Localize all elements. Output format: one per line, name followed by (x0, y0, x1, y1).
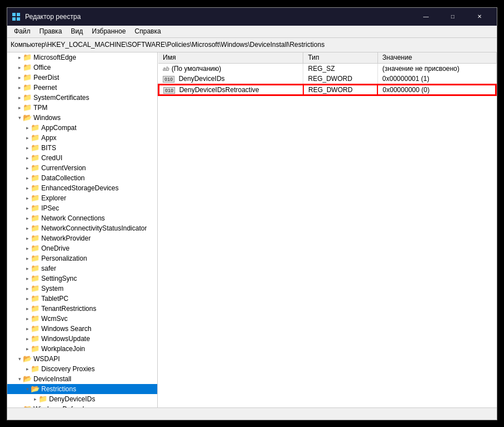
expand-arrow[interactable]: ▸ (16, 93, 23, 103)
tree-item-system[interactable]: ▸📁System (7, 284, 157, 294)
folder-icon: 📂 (23, 375, 32, 383)
expand-arrow[interactable]: ▸ (24, 344, 31, 354)
menu-help[interactable]: Справка (130, 26, 166, 36)
expand-arrow[interactable]: ▸ (24, 274, 31, 284)
expand-arrow[interactable]: ▾ (16, 374, 23, 384)
expand-arrow[interactable]: ▸ (24, 324, 31, 334)
tree-item-denydeviceids[interactable]: ▸📁DenyDeviceIDs (7, 394, 157, 404)
expand-arrow[interactable]: ▸ (24, 364, 31, 374)
expand-arrow[interactable]: ▸ (24, 243, 31, 253)
svg-rect-3 (17, 17, 20, 21)
expand-arrow[interactable]: ▸ (24, 304, 31, 314)
tree-item-office[interactable]: ▸📁Office (7, 63, 157, 73)
folder-icon: 📂 (23, 354, 32, 363)
expand-arrow[interactable]: ▸ (24, 143, 31, 153)
tree-item-appx[interactable]: ▸📁Appx (7, 133, 157, 143)
tree-label: OneDrive (41, 244, 70, 252)
tree-item-tenantrestrictions[interactable]: ▸📁TenantRestrictions (7, 304, 157, 314)
expand-arrow[interactable]: ▾ (16, 113, 23, 123)
expand-arrow[interactable]: ▸ (24, 133, 31, 143)
expand-arrow[interactable]: ▸ (24, 223, 31, 233)
tree-item-networkconnections[interactable]: ▸📁Network Connections (7, 213, 157, 223)
tree-item-currentversion[interactable]: ▸📁CurrentVersion (7, 163, 157, 173)
expand-arrow[interactable]: ▸ (24, 314, 31, 324)
tree-label: Peernet (33, 84, 57, 92)
tree-item-peerdist[interactable]: ▸📁PeerDist (7, 73, 157, 83)
folder-icon: 📁 (31, 204, 40, 213)
expand-arrow[interactable]: ▾ (24, 384, 31, 394)
close-button[interactable]: ✕ (467, 8, 492, 26)
tree-item-windows[interactable]: ▾📂Windows (7, 113, 157, 123)
expand-arrow[interactable]: ▸ (24, 233, 31, 243)
tree-item-networkprovider[interactable]: ▸📁NetworkProvider (7, 233, 157, 243)
tree-item-workplacejoin[interactable]: ▸📁WorkplaceJoin (7, 344, 157, 354)
tree-pane[interactable]: ▸📁MicrosoftEdge▸📁Office▸📁PeerDist▸📁Peern… (7, 52, 158, 407)
expand-arrow[interactable]: ▸ (24, 334, 31, 344)
folder-icon: 📂 (31, 385, 40, 394)
expand-arrow[interactable]: ▸ (24, 193, 31, 203)
expand-arrow[interactable]: ▸ (32, 394, 38, 404)
tree-item-personalization[interactable]: ▸📁Personalization (7, 253, 157, 263)
tree-item-bits[interactable]: ▸📁BITS (7, 143, 157, 153)
tree-item-appcompat[interactable]: ▸📁AppCompat (7, 123, 157, 133)
tree-label: Appx (41, 134, 56, 142)
menu-view[interactable]: Вид (66, 26, 88, 36)
expand-arrow[interactable]: ▸ (24, 253, 31, 263)
tree-item-onedrive[interactable]: ▸📁OneDrive (7, 243, 157, 253)
tree-label: WSDAPI (33, 355, 60, 363)
expand-arrow[interactable]: ▸ (24, 123, 31, 133)
tree-item-datacollection[interactable]: ▸📁DataCollection (7, 173, 157, 183)
main-area: ▸📁MicrosoftEdge▸📁Office▸📁PeerDist▸📁Peern… (7, 52, 497, 407)
expand-arrow[interactable]: ▸ (16, 63, 23, 73)
menu-favorites[interactable]: Избранное (88, 26, 130, 36)
expand-arrow[interactable]: ▸ (16, 83, 23, 93)
tree-item-credui[interactable]: ▸📁CredUI (7, 153, 157, 163)
expand-arrow[interactable]: ▸ (24, 163, 31, 173)
tree-item-wsdapi[interactable]: ▾📂WSDAPI (7, 354, 157, 364)
tree-item-tabletpc[interactable]: ▸📁TabletPC (7, 294, 157, 304)
tree-item-windowssearch[interactable]: ▸📁Windows Search (7, 324, 157, 334)
menu-edit[interactable]: Правка (35, 26, 67, 36)
tree-item-safer[interactable]: ▸📁safer (7, 263, 157, 274)
maximize-button[interactable]: □ (440, 8, 466, 26)
tree-item-deviceinstall[interactable]: ▾📂DeviceInstall (7, 374, 157, 384)
tree-label: Personalization (41, 255, 87, 262)
menu-file[interactable]: Файл (9, 26, 35, 36)
tree-item-peernet[interactable]: ▸📁Peernet (7, 83, 157, 93)
expand-arrow[interactable]: ▸ (24, 284, 31, 294)
tree-item-wcmsvc[interactable]: ▸📁WcmSvc (7, 314, 157, 324)
tree-item-restrictions[interactable]: ▾📂Restrictions (7, 384, 157, 394)
tree-item-settingsync[interactable]: ▸📁SettingSync (7, 274, 157, 284)
tree-label: Network Connections (41, 214, 105, 222)
table-row[interactable]: 010 DenyDeviceIDsRetroactiveREG_DWORD0x0… (158, 84, 496, 95)
app-icon (12, 12, 21, 21)
expand-arrow[interactable]: ▸ (24, 263, 31, 274)
expand-arrow[interactable]: ▸ (24, 183, 31, 193)
folder-icon: 📁 (23, 103, 32, 112)
tree-item-windowsupdate[interactable]: ▸📁WindowsUpdate (7, 334, 157, 344)
expand-arrow[interactable]: ▸ (24, 173, 31, 183)
folder-icon: 📁 (31, 234, 40, 243)
table-row[interactable]: 010 DenyDeviceIDsREG_DWORD0x00000001 (1) (158, 74, 496, 84)
expand-arrow[interactable]: ▸ (16, 52, 23, 63)
expand-arrow[interactable]: ▸ (24, 203, 31, 213)
expand-arrow[interactable]: ▸ (16, 103, 23, 113)
tree-item-explorer[interactable]: ▸📁Explorer (7, 193, 157, 203)
tree-label: safer (41, 265, 56, 272)
tree-item-discoveryproxies[interactable]: ▸📁Discovery Proxies (7, 364, 157, 374)
tree-item-enhancedstoragedevices[interactable]: ▸📁EnhancedStorageDevices (7, 183, 157, 193)
expand-arrow[interactable]: ▾ (16, 354, 23, 364)
cell-value: 0x00000000 (0) (377, 84, 496, 95)
expand-arrow[interactable]: ▸ (24, 294, 31, 304)
expand-arrow[interactable]: ▸ (24, 213, 31, 223)
tree-item-tpm[interactable]: ▸📁TPM (7, 103, 157, 113)
table-row[interactable]: ab (По умолчанию)REG_SZ(значение не прис… (158, 64, 496, 74)
tree-item-ipsec[interactable]: ▸📁IPSec (7, 203, 157, 213)
tree-label: Windows Search (41, 325, 91, 333)
minimize-button[interactable]: — (413, 8, 439, 26)
expand-arrow[interactable]: ▸ (24, 153, 31, 163)
expand-arrow[interactable]: ▸ (16, 73, 23, 83)
tree-item-systemcerts[interactable]: ▸📁SystemCertificates (7, 93, 157, 103)
tree-item-networkconnstatus[interactable]: ▸📁NetworkConnectivityStatusIndicator (7, 223, 157, 233)
tree-item-microsoftedge[interactable]: ▸📁MicrosoftEdge (7, 52, 157, 63)
